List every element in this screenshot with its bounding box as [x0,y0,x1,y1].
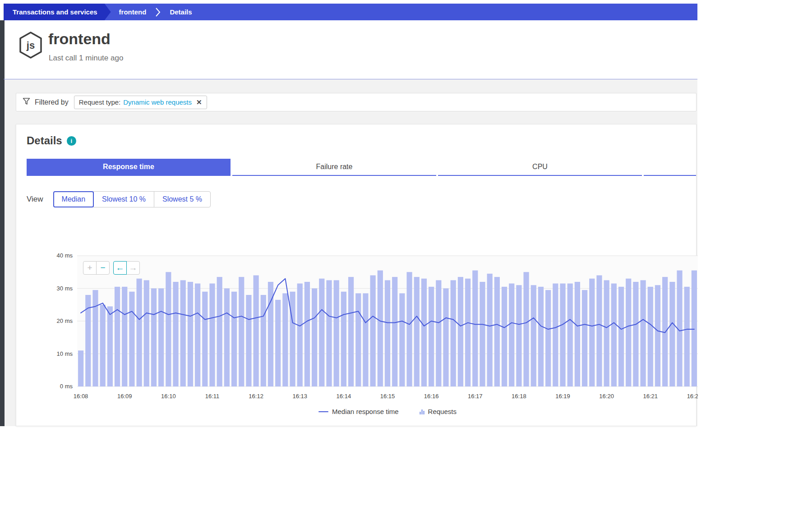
filter-funnel-icon [23,97,30,107]
details-card: Details i Response time Failure rate CPU… [16,124,697,426]
pan-group: ← → [113,261,140,275]
page-title: frontend [48,30,111,48]
svg-text:16:15: 16:15 [380,393,395,400]
zoom-group: + − [83,261,110,275]
view-label: View [27,195,43,204]
details-tabs: Response time Failure rate CPU [27,159,696,176]
svg-text:16:14: 16:14 [337,393,351,400]
svg-text:16:10: 16:10 [161,393,176,400]
filtered-by-label: Filtered by [35,98,69,106]
close-icon[interactable]: ✕ [196,98,202,106]
last-call-subtitle: Last call 1 minute ago [49,54,123,63]
tab-response-time[interactable]: Response time [27,159,231,176]
view-selector-row: View Median Slowest 10 % Slowest 5 % [27,191,211,207]
filter-chip-value: Dynamic web requests [123,98,192,106]
view-option-slowest-5[interactable]: Slowest 5 % [154,191,211,207]
info-icon[interactable]: i [67,136,76,146]
pan-right-button[interactable]: → [126,261,140,275]
svg-text:0 ms: 0 ms [60,383,73,390]
legend-label: Requests [428,408,457,415]
svg-text:16:12: 16:12 [249,393,263,400]
view-option-slowest-10[interactable]: Slowest 10 % [93,191,154,207]
bars-swatch-icon [420,409,424,414]
legend-item-median-response-time[interactable]: Median response time [318,408,399,415]
svg-text:10 ms: 10 ms [57,350,73,357]
legend-item-requests[interactable]: Requests [420,408,457,415]
svg-text:20 ms: 20 ms [57,317,73,324]
tab-cpu[interactable]: CPU [438,159,642,176]
sidebar-edge [0,20,5,426]
svg-text:16:18: 16:18 [512,393,526,400]
chevron-right-icon [155,7,161,17]
chart-legend: Median response time Requests [77,408,698,415]
zoom-out-button[interactable]: − [96,261,110,275]
svg-text:30 ms: 30 ms [57,285,73,292]
zoom-in-button[interactable]: + [83,261,97,275]
view-segmented-control: Median Slowest 10 % Slowest 5 % [53,191,211,207]
service-header: js frontend Last call 1 minute ago [5,20,697,79]
details-heading: Details [27,134,62,147]
tab-failure-rate[interactable]: Failure rate [232,159,436,176]
response-time-chart: 0 ms10 ms20 ms30 ms40 ms16:0816:0916:101… [46,252,698,401]
svg-text:16:17: 16:17 [468,393,483,400]
svg-text:16:22: 16:22 [687,393,698,400]
breadcrumb-item-transactions-and-services[interactable]: Transactions and services [4,4,111,20]
chart-svg[interactable]: 0 ms10 ms20 ms30 ms40 ms16:0816:0916:101… [46,252,698,401]
svg-text:16:20: 16:20 [599,393,614,400]
filter-bar: Filtered by Request type: Dynamic web re… [16,93,697,111]
svg-text:16:11: 16:11 [205,393,220,400]
svg-text:js: js [26,40,35,51]
content-area: Filtered by Request type: Dynamic web re… [5,79,697,426]
filter-chip-key: Request type: [79,98,121,106]
tab-underline-stub [644,159,696,176]
line-swatch-icon [318,411,328,412]
svg-text:16:21: 16:21 [643,393,658,400]
pan-left-button[interactable]: ← [113,261,127,275]
svg-text:16:16: 16:16 [424,393,439,400]
breadcrumb: Transactions and services frontend Detai… [4,4,697,20]
filter-chip[interactable]: Request type: Dynamic web requests ✕ [74,96,207,109]
details-heading-row: Details i [27,134,76,147]
nodejs-icon: js [18,31,43,61]
svg-text:16:08: 16:08 [74,393,88,400]
view-option-median[interactable]: Median [53,191,94,207]
svg-text:16:13: 16:13 [292,393,307,400]
legend-label: Median response time [332,408,399,415]
breadcrumb-item-frontend[interactable]: frontend [111,4,155,20]
page: Transactions and services frontend Detai… [0,0,812,515]
svg-text:16:09: 16:09 [117,393,132,400]
svg-text:16:19: 16:19 [555,393,570,400]
svg-text:40 ms: 40 ms [57,252,73,259]
breadcrumb-item-details[interactable]: Details [161,4,200,20]
chart-zoom-controls: + − ← → [83,261,140,275]
